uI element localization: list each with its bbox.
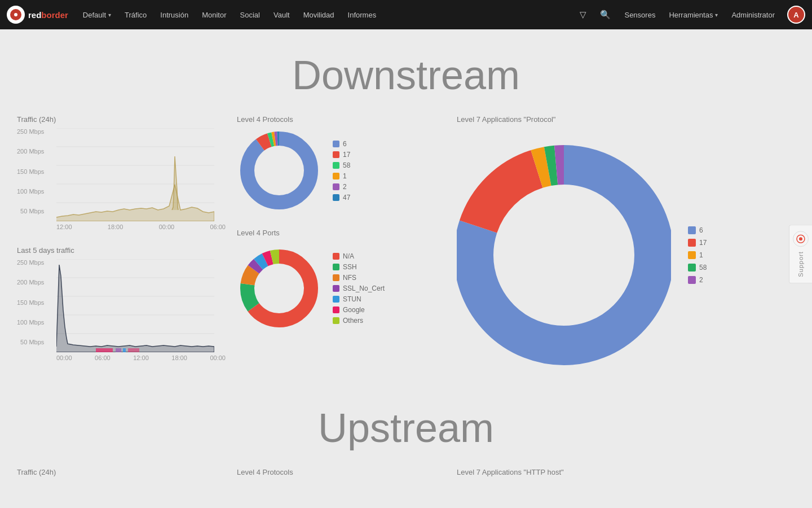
legend-color-1 xyxy=(333,173,339,179)
legend-item-58: 58 xyxy=(333,161,350,169)
legend-color-nfs xyxy=(333,274,339,281)
svg-point-38 xyxy=(799,237,802,240)
nav-item-vault[interactable]: Vault xyxy=(268,7,295,23)
upstream-left-column: Traffic (24h) xyxy=(17,468,226,481)
upstream-section: Upstream Traffic (24h) Level 4 Protocols… xyxy=(17,393,795,481)
page-content: Downstream Traffic (24h) 250 Mbps 200 Mb… xyxy=(0,29,812,498)
traffic-24h-yaxis: 250 Mbps 200 Mbps 150 Mbps 100 Mbps 50 M… xyxy=(17,128,47,214)
legend-item-nfs: NFS xyxy=(333,274,385,282)
nav-item-social[interactable]: Social xyxy=(235,7,266,23)
level4-ports-title: Level 4 Ports xyxy=(237,229,445,237)
user-avatar[interactable]: A xyxy=(787,6,805,24)
traffic-24h-xaxis: 12:00 18:00 00:00 06:00 xyxy=(56,224,226,230)
svg-rect-12 xyxy=(96,348,113,352)
legend-color-6 xyxy=(333,141,339,147)
legend-l7-6: 6 xyxy=(688,226,707,234)
chevron-down-icon2: ▾ xyxy=(715,12,718,18)
legend-color-2 xyxy=(333,183,339,190)
level4-protocols-title: Level 4 Protocols xyxy=(237,115,445,124)
last5days-title: Last 5 days traffic xyxy=(17,246,226,255)
legend-item-na: N/A xyxy=(333,252,385,260)
legend-item-ssl: SSL_No_Cert xyxy=(333,284,385,292)
level4-protocols-legend: 6 17 58 1 xyxy=(333,140,350,202)
middle-column: Level 4 Protocols xyxy=(237,115,445,382)
level4-ports-legend: N/A SSH NFS SSL_No_Cert xyxy=(333,252,385,325)
legend-color-ssh xyxy=(333,264,339,270)
last5days-panel: Last 5 days traffic 250 Mbps 200 Mbps 15… xyxy=(17,246,226,361)
svg-rect-15 xyxy=(128,348,139,352)
legend-item-stun: STUN xyxy=(333,295,385,303)
legend-color-17 xyxy=(333,151,339,158)
legend-item-17: 17 xyxy=(333,151,350,159)
legend-color-others xyxy=(333,317,339,324)
support-label: Support xyxy=(797,251,804,277)
support-panel[interactable]: Support xyxy=(789,225,812,283)
last5days-yaxis: 250 Mbps 200 Mbps 150 Mbps 100 Mbps 50 M… xyxy=(17,259,47,345)
level4-ports-panel: Level 4 Ports xyxy=(237,229,445,335)
filter-icon[interactable]: ▽ xyxy=(574,6,592,23)
upstream-level7-title: Level 7 Applications "HTTP host" xyxy=(457,468,795,476)
last5days-xaxis: 00:00 06:00 12:00 18:00 00:00 xyxy=(56,354,226,361)
downstream-title: Downstream xyxy=(17,41,795,115)
brand-text: redborder xyxy=(28,10,68,20)
legend-color-stun xyxy=(333,296,339,303)
legend-color-l7-6 xyxy=(688,226,696,234)
legend-color-l7-1 xyxy=(688,251,696,259)
level7-legend: 6 17 1 58 xyxy=(688,226,707,284)
legend-item-ssh: SSH xyxy=(333,263,385,271)
legend-color-google xyxy=(333,306,339,313)
legend-color-l7-17 xyxy=(688,239,696,247)
right-column: Level 7 Applications "Protocol" xyxy=(457,115,795,382)
nav-item-informes[interactable]: Informes xyxy=(342,7,382,23)
legend-item-6: 6 xyxy=(333,140,350,148)
upstream-grid: Traffic (24h) Level 4 Protocols Level 7 … xyxy=(17,468,795,481)
upstream-level4-panel: Level 4 Protocols xyxy=(237,468,445,476)
upstream-traffic-panel: Traffic (24h) xyxy=(17,468,226,476)
upstream-level7-panel: Level 7 Applications "HTTP host" xyxy=(457,468,795,476)
traffic-24h-svg-wrap xyxy=(56,128,226,221)
legend-l7-2: 2 xyxy=(688,276,707,284)
level4-protocols-panel: Level 4 Protocols xyxy=(237,115,445,213)
upstream-title: Upstream xyxy=(17,393,795,468)
nav-item-default[interactable]: Default ▾ xyxy=(77,7,117,23)
chevron-down-icon: ▾ xyxy=(108,12,111,18)
svg-point-22 xyxy=(254,146,304,195)
level7-donut-wrap: 6 17 1 58 xyxy=(457,128,795,382)
logo[interactable]: redborder xyxy=(7,6,68,24)
level7-apps-title: Level 7 Applications "Protocol" xyxy=(457,115,795,124)
svg-point-30 xyxy=(254,264,304,313)
legend-item-others: Others xyxy=(333,317,385,325)
legend-color-47 xyxy=(333,194,339,201)
legend-l7-1: 1 xyxy=(688,251,707,259)
legend-l7-58: 58 xyxy=(688,264,707,271)
level4-ports-donut xyxy=(237,242,321,335)
legend-color-l7-2 xyxy=(688,276,696,284)
svg-rect-14 xyxy=(123,348,126,352)
svg-point-36 xyxy=(494,185,634,325)
nav-item-administrator[interactable]: Administrator xyxy=(726,7,780,23)
level7-donut xyxy=(457,128,671,382)
downstream-grid: Traffic (24h) 250 Mbps 200 Mbps 150 Mbps… xyxy=(17,115,795,382)
nav-item-intrusion[interactable]: Intrusión xyxy=(155,7,194,23)
legend-l7-17: 17 xyxy=(688,239,707,247)
traffic-24h-title: Traffic (24h) xyxy=(17,115,226,124)
last5days-svg-wrap xyxy=(56,259,226,352)
svg-rect-13 xyxy=(116,348,121,352)
legend-item-2: 2 xyxy=(333,183,350,191)
traffic-24h-panel: Traffic (24h) 250 Mbps 200 Mbps 150 Mbps… xyxy=(17,115,226,230)
traffic-24h-svg xyxy=(56,128,214,221)
upstream-middle-column: Level 4 Protocols xyxy=(237,468,445,481)
search-icon[interactable]: 🔍 xyxy=(594,6,616,23)
nav-item-herramientas[interactable]: Herramientas ▾ xyxy=(663,7,723,23)
level4-protocols-donut-wrap: 6 17 58 1 xyxy=(237,128,445,213)
legend-item-google: Google xyxy=(333,306,385,314)
legend-color-na xyxy=(333,253,339,260)
traffic-24h-chart: 250 Mbps 200 Mbps 150 Mbps 100 Mbps 50 M… xyxy=(17,128,226,230)
legend-color-l7-58 xyxy=(688,264,696,271)
upstream-traffic-title: Traffic (24h) xyxy=(17,468,226,476)
nav-item-monitor[interactable]: Monitor xyxy=(196,7,232,23)
nav-item-sensores[interactable]: Sensores xyxy=(619,7,661,23)
nav-item-trafico[interactable]: Tráfico xyxy=(119,7,152,23)
nav-item-movilidad[interactable]: Movilidad xyxy=(298,7,340,23)
level4-protocols-donut xyxy=(237,128,321,213)
